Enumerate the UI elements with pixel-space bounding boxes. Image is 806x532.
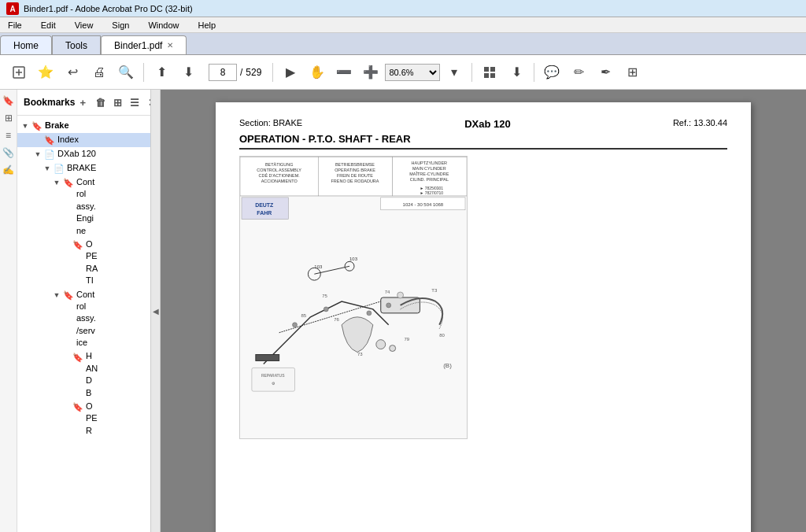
bookmark-label: Controlassy./service <box>76 289 147 349</box>
zoom-select[interactable]: 80.6% 50% 75% 100% 125% 150% <box>385 64 440 81</box>
svg-text:80: 80 <box>439 333 445 338</box>
tab-bar: Home Tools Binder1.pdf ✕ <box>0 33 806 55</box>
svg-text:BETÄTIGUNG: BETÄTIGUNG <box>265 162 293 167</box>
delete-bookmark-button[interactable]: 🗑 <box>92 94 108 110</box>
comment-icon[interactable]: 💬 <box>539 60 564 85</box>
bookmark-label: HANDB <box>86 350 147 399</box>
sidebar-collapse-handle[interactable]: ◀ <box>151 90 161 532</box>
page-thumbnail-icon[interactable]: ⊞ <box>1 110 17 126</box>
bookmark-handb[interactable]: 🔖 HANDB <box>17 349 150 400</box>
ref-number: Ref.: 13.30.44 <box>673 118 727 130</box>
prev-page-button[interactable]: ⬆ <box>149 60 174 85</box>
bookmark-panel-icon[interactable]: 🔖 <box>1 93 17 109</box>
next-page-button[interactable]: ⬇ <box>176 60 201 85</box>
options-button[interactable]: ☰ <box>127 94 142 110</box>
print-icon[interactable]: 🖨 <box>87 60 112 85</box>
bookmark-icon[interactable]: ⭐ <box>33 60 58 85</box>
svg-text:73: 73 <box>357 352 363 357</box>
close-sidebar-button[interactable]: ✕ <box>144 94 151 110</box>
svg-text:CONTROL ASSEMBLY: CONTROL ASSEMBLY <box>257 168 301 172</box>
svg-point-40 <box>367 311 372 316</box>
signature-panel-icon[interactable]: ✍ <box>1 162 17 178</box>
total-pages: 529 <box>246 67 261 78</box>
left-panel-icons: 🔖 ⊞ ≡ 📎 ✍ <box>0 90 17 532</box>
bookmark-oper2[interactable]: 🔖 OPER <box>17 400 150 438</box>
brake-diagram: 105 103 103 REPARATUS ⚙ <box>252 257 452 391</box>
menu-help[interactable]: Help <box>194 19 221 31</box>
new-bookmark-button[interactable]: + <box>75 94 91 110</box>
view-mode-icon[interactable] <box>477 60 502 85</box>
pdf-header: Section: BRAKE DXab 120 Ref.: 13.30.44 <box>239 118 727 130</box>
search-icon[interactable]: 🔍 <box>113 60 139 85</box>
expand-icon: ▼ <box>33 150 43 160</box>
svg-text:BETRIEBSBREMSE: BETRIEBSBREMSE <box>335 162 375 167</box>
app-icon: A <box>6 2 19 15</box>
page-view[interactable]: Section: BRAKE DXab 120 Ref.: 13.30.44 O… <box>161 90 806 532</box>
bookmark-dxab[interactable]: ▼ 📄 DXab 120 <box>17 147 150 161</box>
svg-text:74: 74 <box>385 290 390 294</box>
zoom-dropdown-icon[interactable]: ▾ <box>442 60 467 85</box>
svg-point-59 <box>376 340 386 349</box>
zoom-out-icon[interactable]: ➖ <box>331 60 357 85</box>
bookmark-icon: 🔖 <box>44 135 55 146</box>
svg-point-60 <box>390 345 396 352</box>
tab-binder[interactable]: Binder1.pdf ✕ <box>101 35 187 54</box>
svg-text:CILIND. PRINCIPAL: CILIND. PRINCIPAL <box>410 177 449 182</box>
svg-rect-27 <box>242 198 289 220</box>
bookmark-icon: 🔖 <box>31 121 43 132</box>
svg-text:► 7825/0301: ► 7825/0301 <box>420 187 443 190</box>
bookmark-control-serv[interactable]: ▼ 🔖 Controlassy./service <box>17 288 150 350</box>
expand-icon: ▼ <box>43 164 52 174</box>
sidebar-header: Bookmarks + 🗑 ⊞ ☰ ✕ <box>17 90 150 116</box>
bookmark-brake[interactable]: ▼ 🔖 Brake <box>17 119 150 133</box>
menu-edit[interactable]: Edit <box>36 19 61 31</box>
zoom-in-icon[interactable]: ➕ <box>358 60 383 85</box>
page-icon: 📄 <box>44 150 55 161</box>
page-icon: 📄 <box>54 164 65 175</box>
page-number-input[interactable] <box>209 64 237 81</box>
svg-text:REPARATUS: REPARATUS <box>261 374 285 378</box>
bookmark-label: Brake <box>45 120 147 131</box>
svg-point-38 <box>293 323 298 327</box>
svg-text:FAHR: FAHR <box>257 210 272 216</box>
bookmark-index[interactable]: 🔖 Index <box>17 133 150 147</box>
separator-4 <box>534 63 534 82</box>
pdf-page: Section: BRAKE DXab 120 Ref.: 13.30.44 O… <box>216 102 751 532</box>
technical-drawing: BETÄTIGUNG CONTROL ASSEMBLY CDÉ D'ACTION… <box>240 156 467 439</box>
expand-all-button[interactable]: ⊞ <box>109 94 125 110</box>
bookmark-operat[interactable]: 🔖 OPERATI <box>17 238 150 288</box>
tab-home[interactable]: Home <box>0 35 52 54</box>
bookmark-outline-icon: 🔖 <box>72 402 83 413</box>
menu-file[interactable]: File <box>3 19 27 31</box>
annotation-icon[interactable]: ✒ <box>593 60 618 85</box>
bookmark-label: Controlassy.Engine <box>76 176 147 237</box>
svg-text:T3: T3 <box>431 288 438 293</box>
layers-icon[interactable]: ≡ <box>1 127 17 143</box>
tab-close-icon[interactable]: ✕ <box>167 41 173 50</box>
bookmark-control-engine[interactable]: ▼ 🔖 Controlassy.Engine <box>17 175 150 238</box>
menu-view[interactable]: View <box>70 19 98 31</box>
sidebar-content[interactable]: ▼ 🔖 Brake 🔖 Index ▼ 📄 DXab 120 ▼ 📄 BRAKE <box>17 116 150 532</box>
create-button[interactable] <box>6 60 31 85</box>
bookmark-brake-sub[interactable]: ▼ 📄 BRAKE <box>17 161 150 175</box>
separator-3 <box>471 63 472 82</box>
operation-title: OPERATION - P.T.O. SHAFT - REAR <box>239 133 727 150</box>
svg-text:76: 76 <box>334 317 339 322</box>
download-icon[interactable]: ⬇ <box>504 60 529 85</box>
menu-sign[interactable]: Sign <box>107 19 134 31</box>
tab-tools[interactable]: Tools <box>52 35 101 54</box>
more-tools-icon[interactable]: ⊞ <box>619 60 645 85</box>
svg-text:MAIN CYLINDER: MAIN CYLINDER <box>412 166 446 171</box>
svg-text:85: 85 <box>301 313 306 318</box>
title-bar: A Binder1.pdf - Adobe Acrobat Pro DC (32… <box>0 0 806 17</box>
attachment-icon[interactable]: 📎 <box>1 145 17 161</box>
select-tool-icon[interactable]: ▶ <box>278 60 303 85</box>
nav-back-icon[interactable]: ↩ <box>60 60 85 85</box>
main-layout: 🔖 ⊞ ≡ 📎 ✍ Bookmarks + 🗑 ⊞ ☰ ✕ ▼ 🔖 Brake <box>0 90 806 532</box>
edit-icon[interactable]: ✏ <box>566 60 591 85</box>
hand-tool-icon[interactable]: ✋ <box>305 60 330 85</box>
menu-window[interactable]: Window <box>143 19 183 31</box>
bookmark-label: Index <box>57 134 147 146</box>
svg-text:FREIN DE ROUTE: FREIN DE ROUTE <box>337 173 373 178</box>
bookmark-label: OPERATI <box>86 238 147 287</box>
